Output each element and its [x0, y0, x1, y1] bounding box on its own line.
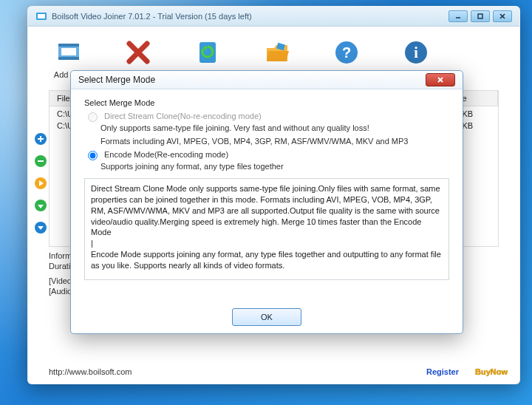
radio-encode-mode[interactable]	[88, 151, 98, 160]
encode-desc: Supports joining any format, any type fi…	[100, 162, 449, 171]
window-close-button[interactable]	[493, 10, 512, 22]
add-circle-icon[interactable]	[34, 132, 47, 146]
svg-rect-3	[478, 14, 482, 18]
register-link[interactable]: Register	[426, 367, 459, 376]
svg-text:i: i	[414, 44, 418, 61]
option-encode-mode[interactable]: Encode Mode(Re-encoding mode)	[84, 150, 449, 160]
film-add-icon	[54, 38, 83, 67]
radio-direct-stream[interactable]	[88, 112, 98, 122]
side-actions	[34, 132, 47, 234]
delete-x-icon	[123, 38, 153, 67]
app-icon	[35, 10, 47, 22]
mode-explanation-text: Direct Stream Clone Mode only supports s…	[84, 178, 449, 280]
more-circle-icon[interactable]	[34, 221, 47, 234]
option-encode-label: Encode Mode(Re-encoding mode)	[104, 150, 228, 159]
dialog-body: Select Merge Mode Direct Stream Clone(No…	[71, 89, 463, 301]
folder-open-icon	[262, 38, 292, 67]
dialog-close-button[interactable]	[426, 73, 455, 86]
dialog-footer: OK	[71, 301, 463, 333]
minimize-button[interactable]	[449, 10, 468, 22]
svg-rect-9	[61, 48, 76, 55]
direct-desc-1: Only supports same-type file joining. Ve…	[100, 123, 449, 132]
option-direct-label: Direct Stream Clone(No-re-encoding mode)	[104, 112, 262, 120]
ok-button[interactable]: OK	[232, 308, 301, 326]
dialog-titlebar: Select Merge Mode	[71, 71, 463, 89]
section-heading: Select Merge Mode	[84, 98, 449, 107]
svg-rect-1	[38, 14, 45, 18]
footer: http://www.boilsoft.com Register BuyNow	[49, 367, 512, 376]
svg-rect-8	[58, 57, 79, 60]
down-circle-icon[interactable]	[34, 199, 47, 212]
play-circle-icon[interactable]	[34, 177, 47, 190]
direct-desc-2: Formats including AVI, MPEG, VOB, MP4, 3…	[100, 137, 449, 146]
option-direct-stream[interactable]: Direct Stream Clone(No-re-encoding mode)	[84, 112, 449, 122]
maximize-button[interactable]	[471, 10, 490, 22]
window-title: Boilsoft Video Joiner 7.01.2 - Trial Ver…	[52, 12, 252, 21]
remove-circle-icon[interactable]	[34, 154, 47, 168]
svg-rect-7	[58, 44, 79, 47]
merge-mode-dialog: Select Merge Mode Select Merge Mode Dire…	[70, 70, 463, 334]
help-icon: ?	[332, 38, 361, 67]
website-link[interactable]: http://www.boilsoft.com	[49, 367, 132, 376]
recycle-icon	[193, 38, 222, 67]
svg-text:?: ?	[342, 44, 351, 61]
dialog-title: Select Merge Mode	[78, 75, 155, 85]
titlebar: Boilsoft Video Joiner 7.01.2 - Trial Ver…	[28, 7, 519, 27]
buy-now-link[interactable]: BuyNow	[475, 367, 508, 376]
info-icon: i	[401, 38, 431, 67]
